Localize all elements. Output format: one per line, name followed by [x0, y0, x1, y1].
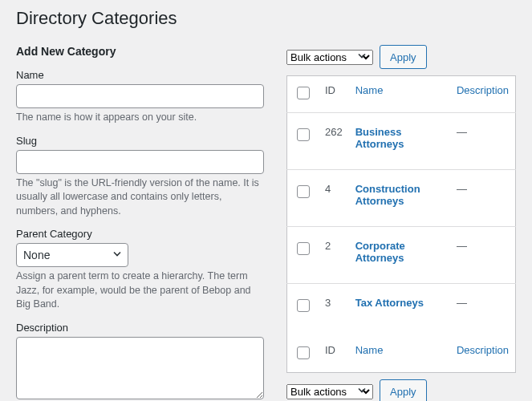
- row-name-link[interactable]: Corporate Attorneys: [355, 240, 405, 264]
- name-help: The name is how it appears on your site.: [16, 111, 264, 125]
- row-name-link[interactable]: Business Attorneys: [355, 126, 404, 150]
- col-name-footer[interactable]: Name: [355, 344, 384, 356]
- name-label: Name: [16, 69, 264, 81]
- row-name-link[interactable]: Tax Attorneys: [355, 297, 424, 309]
- name-input[interactable]: [16, 84, 264, 108]
- table-row: 3 Tax Attorneys —: [287, 284, 516, 337]
- bulk-actions-bottom: Bulk actions Apply: [286, 379, 516, 401]
- row-checkbox[interactable]: [297, 299, 310, 312]
- col-id-footer: ID: [319, 336, 349, 373]
- col-description-footer[interactable]: Description: [457, 344, 509, 356]
- slug-help: The "slug" is the URL-friendly version o…: [16, 176, 264, 219]
- row-description: —: [450, 170, 516, 227]
- table-row: 4 Construction Attorneys —: [287, 170, 516, 227]
- description-label: Description: [16, 322, 264, 334]
- apply-button-bottom[interactable]: Apply: [380, 379, 427, 401]
- row-description: —: [450, 113, 516, 170]
- form-heading: Add New Category: [16, 45, 264, 58]
- table-row: 262 Business Attorneys —: [287, 113, 516, 170]
- description-textarea[interactable]: [16, 337, 264, 399]
- categories-table: ID Name Description 262 Business Attorne…: [286, 75, 516, 373]
- bulk-actions-top: Bulk actions Apply: [286, 45, 516, 69]
- page-title: Directory Categories: [16, 8, 516, 29]
- row-description: —: [450, 284, 516, 337]
- row-checkbox[interactable]: [297, 185, 310, 198]
- bulk-action-select-bottom[interactable]: Bulk actions: [286, 384, 373, 399]
- bulk-action-select-top[interactable]: Bulk actions: [286, 50, 373, 65]
- row-id: 3: [319, 284, 349, 337]
- select-all-top[interactable]: [297, 87, 310, 99]
- row-description: —: [450, 227, 516, 284]
- parent-help: Assign a parent term to create a hierarc…: [16, 269, 264, 312]
- row-checkbox[interactable]: [297, 128, 310, 141]
- select-all-bottom[interactable]: [297, 346, 310, 359]
- row-id: 262: [319, 113, 349, 170]
- row-id: 4: [319, 170, 349, 227]
- table-row: 2 Corporate Attorneys —: [287, 227, 516, 284]
- row-name-link[interactable]: Construction Attorneys: [355, 183, 420, 207]
- add-category-form: Add New Category Name The name is how it…: [16, 45, 264, 401]
- row-checkbox[interactable]: [297, 242, 310, 255]
- col-id: ID: [319, 76, 349, 113]
- row-id: 2: [319, 227, 349, 284]
- slug-input[interactable]: [16, 150, 264, 174]
- parent-select[interactable]: None: [16, 243, 128, 267]
- col-description[interactable]: Description: [457, 84, 509, 96]
- slug-label: Slug: [16, 135, 264, 147]
- col-name[interactable]: Name: [355, 84, 384, 96]
- parent-label: Parent Category: [16, 228, 264, 240]
- apply-button-top[interactable]: Apply: [380, 45, 427, 69]
